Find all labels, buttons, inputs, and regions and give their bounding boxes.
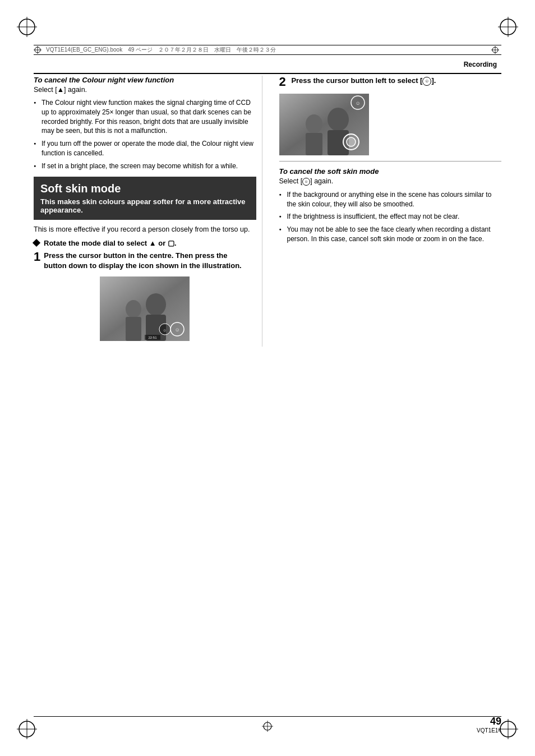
corner-mark-bl [17, 719, 37, 739]
svg-text:☺: ☺ [175, 327, 180, 333]
step-1: 1Press the cursor button in the centre. … [34, 251, 256, 271]
step-2-text: Press the cursor button left to select [… [291, 76, 497, 86]
cancel-soft-skin-title: To cancel the soft skin mode [279, 167, 502, 176]
page-number: 49 [477, 716, 501, 727]
h-divider-1 [279, 161, 502, 162]
svg-point-32 [306, 114, 322, 133]
soft-skin-subtitle: This makes skin colours appear softer fo… [40, 197, 250, 214]
svg-rect-33 [306, 133, 322, 155]
rotate-text: Rotate the mode dial to select ▲ or ▢. [44, 239, 177, 247]
svg-text:22:51: 22:51 [149, 336, 158, 339]
soft-skin-mode-box: Soft skin mode This makes skin colours a… [34, 177, 256, 220]
two-column-layout: To cancel the Colour night view function… [34, 76, 501, 347]
content-area: To cancel the Colour night view function… [34, 76, 501, 711]
corner-mark-tr [498, 17, 518, 37]
bullet-item: If set in a bright place, the screen may… [34, 162, 256, 171]
header-file-text: VQT1E14(EB_GC_ENG).book 49 ページ ２０７年２月２８日… [46, 46, 276, 54]
left-column: To cancel the Colour night view function… [34, 76, 262, 347]
divider-top [34, 73, 501, 74]
svg-rect-22 [126, 317, 141, 341]
photo-background: ☺ ☼ 22:51 [100, 276, 190, 341]
step-1-number: 1 [34, 251, 40, 263]
cancel-night-view-section: To cancel the Colour night view function… [34, 76, 256, 94]
cancel-soft-skin-section: To cancel the soft skin mode Select [☺] … [279, 167, 502, 186]
page-number-box: 49 VQT1E14 [477, 716, 501, 734]
footer-divider [34, 716, 501, 717]
soft-skin-intro: This is more effective if you record a p… [34, 225, 256, 233]
right-column: 2 Press the cursor button left to select… [274, 76, 502, 347]
step1-camera-image: ☺ ☼ 22:51 [100, 276, 190, 341]
bullet-item: If the background or anything else in th… [279, 190, 502, 209]
cancel-night-view-text: Select [▲] again. [34, 86, 256, 94]
svg-point-30 [328, 108, 349, 131]
cancel-night-view-title: To cancel the Colour night view function [34, 76, 256, 84]
soft-skin-bullets: If the background or anything else in th… [279, 190, 502, 244]
svg-point-19 [146, 293, 166, 316]
recording-label: Recording [464, 61, 497, 68]
step-2-number: 2 [279, 76, 286, 88]
svg-point-37 [347, 137, 356, 146]
bullet-item: The Colour night view function makes the… [34, 98, 256, 136]
svg-text:☼: ☼ [163, 328, 167, 333]
bottom-center-mark [262, 721, 273, 734]
bullet-item: If you turn off the power or operate the… [34, 139, 256, 158]
cancel-soft-skin-text: Select [☺] again. [279, 177, 502, 186]
bullet-item: If the brightness is insufficient, the e… [279, 212, 502, 222]
svg-point-21 [126, 300, 141, 318]
step-1-text: Press the cursor button in the centre. T… [44, 251, 250, 271]
page-code: VQT1E14 [477, 727, 501, 734]
svg-text:☺: ☺ [355, 100, 360, 106]
rotate-instruction: Rotate the mode dial to select ▲ or ▢. [34, 239, 256, 247]
page: VQT1E14(EB_GC_ENG).book 49 ページ ２０７年２月２８日… [0, 0, 535, 756]
header-bar: VQT1E14(EB_GC_ENG).book 49 ページ ２０７年２月２８日… [34, 45, 501, 55]
step2-camera-image: ☺ [279, 94, 369, 155]
bullet-item: You may not be able to see the face clea… [279, 225, 502, 244]
diamond-icon [33, 239, 40, 247]
corner-mark-tl [17, 17, 37, 37]
soft-skin-title: Soft skin mode [40, 182, 250, 195]
step-2: 2 Press the cursor button left to select… [279, 76, 502, 88]
night-view-bullets: The Colour night view function makes the… [34, 98, 256, 171]
